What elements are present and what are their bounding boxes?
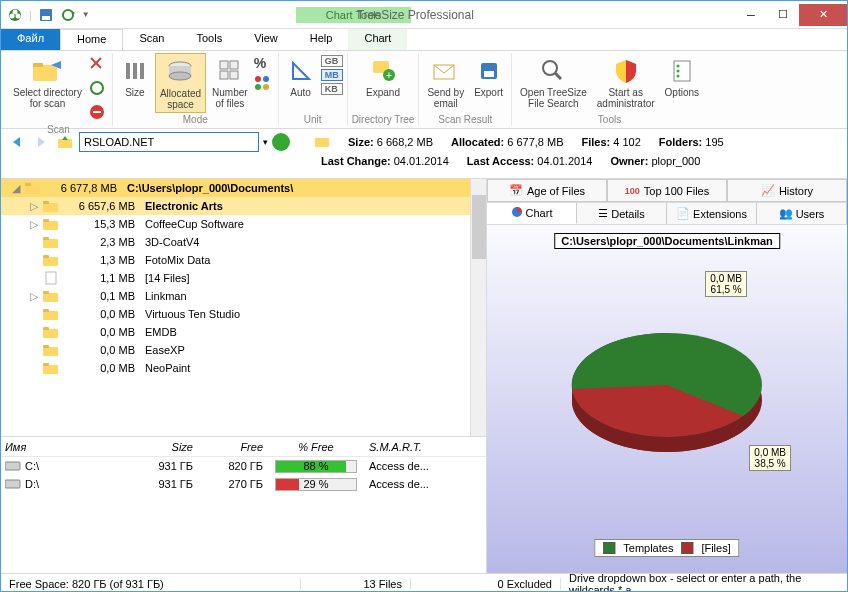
mode-allocated-button[interactable]: Allocated space: [155, 53, 206, 113]
folder-icon: [43, 343, 59, 357]
svg-rect-36: [484, 71, 494, 77]
back-button[interactable]: [7, 132, 27, 152]
mode-numfiles-button[interactable]: Number of files: [208, 53, 252, 111]
tab-view[interactable]: View: [238, 29, 294, 50]
tree-row[interactable]: 0,0 MBEaseXP: [1, 341, 486, 359]
stop-scan-icon[interactable]: [88, 103, 108, 123]
svg-rect-22: [220, 61, 228, 69]
unit-kb-button[interactable]: KB: [321, 83, 343, 95]
unit-auto-button[interactable]: Auto: [283, 53, 319, 100]
save-icon[interactable]: [38, 7, 54, 23]
tree-row[interactable]: 2,3 MB3D-CoatV4: [1, 233, 486, 251]
svg-point-42: [676, 75, 679, 78]
folder-icon: [43, 235, 59, 249]
tree-row[interactable]: 0,0 MBNeoPaint: [1, 359, 486, 377]
ribbon: Select directory for scan Scan Size Allo…: [1, 51, 847, 129]
expand-toggle-icon[interactable]: ▷: [27, 218, 41, 231]
tab-top-100[interactable]: 100Top 100 Files: [607, 179, 727, 202]
tree-row[interactable]: 1,3 MBFotoMix Data: [1, 251, 486, 269]
legend-swatch-files: [681, 542, 693, 554]
percent-icon[interactable]: %: [254, 55, 274, 71]
tree-scrollbar[interactable]: [470, 179, 486, 436]
svg-rect-23: [230, 61, 238, 69]
svg-marker-30: [293, 63, 309, 79]
tab-home[interactable]: Home: [60, 29, 123, 50]
svg-rect-48: [25, 185, 40, 194]
refresh-icon[interactable]: [60, 7, 76, 23]
svg-rect-9: [33, 63, 43, 67]
close-button[interactable]: ✕: [799, 4, 847, 26]
path-dropdown-icon[interactable]: ▾: [263, 137, 268, 147]
subtab-extensions[interactable]: 📄Extensions: [667, 203, 757, 224]
path-input[interactable]: [79, 132, 259, 152]
ribbon-group-scanresult: Send by email Export Scan Result: [419, 53, 512, 126]
drive-row[interactable]: C:\931 ГБ820 ГБ88 %Access de...: [1, 457, 486, 475]
details-icon: ☰: [598, 207, 608, 220]
expand-toggle-icon[interactable]: ▷: [27, 200, 41, 213]
tab-age-of-files[interactable]: 📅Age of Files: [487, 179, 607, 202]
drive-row[interactable]: D:\931 ГБ270 ГБ29 %Access de...: [1, 475, 486, 493]
tab-help[interactable]: Help: [294, 29, 349, 50]
svg-point-13: [91, 82, 103, 94]
subtab-users[interactable]: 👥Users: [757, 203, 847, 224]
ribbon-group-mode: Size Allocated space Number of files % M…: [113, 53, 279, 126]
unit-mb-button[interactable]: MB: [321, 69, 343, 81]
tree-row[interactable]: 0,0 MBEMDB: [1, 323, 486, 341]
mode-size-button[interactable]: Size: [117, 53, 153, 100]
remove-scan-icon[interactable]: [88, 55, 108, 75]
svg-rect-66: [43, 345, 49, 348]
pie-icon: [511, 206, 523, 220]
svg-line-38: [555, 73, 561, 79]
expand-toggle-icon[interactable]: ▷: [27, 290, 41, 303]
history-icon: 📈: [761, 184, 775, 197]
maximize-button[interactable]: ☐: [767, 4, 799, 26]
go-button[interactable]: [272, 133, 290, 151]
tree-row[interactable]: ▷0,1 MBLinkman: [1, 287, 486, 305]
svg-rect-50: [43, 203, 58, 212]
select-directory-button[interactable]: Select directory for scan: [9, 53, 86, 111]
tree-row[interactable]: ▷6 657,6 MBElectronic Arts: [1, 197, 486, 215]
tab-history[interactable]: 📈History: [727, 179, 847, 202]
content-area: ◢6 677,8 MBC:\Users\plopr_000\Documents\…: [1, 179, 847, 573]
file-tab[interactable]: Файл: [1, 29, 60, 50]
drives-panel: Имя Size Free % Free S.M.A.R.T. C:\931 Г…: [1, 436, 486, 573]
tree-row[interactable]: 0,0 MBVirtuous Ten Studio: [1, 305, 486, 323]
start-as-admin-button[interactable]: Start as administrator: [593, 53, 659, 111]
menu-bar: Файл Home Scan Tools View Help Chart: [1, 29, 847, 51]
svg-rect-39: [674, 61, 690, 81]
titlebar: | ▼ Chart Tools TreeSize Professional ─ …: [1, 1, 847, 29]
tree-row[interactable]: ▷15,3 MBCoffeeCup Software: [1, 215, 486, 233]
tab-tools[interactable]: Tools: [180, 29, 238, 50]
send-email-button[interactable]: Send by email: [423, 53, 468, 111]
subtab-details[interactable]: ☰Details: [577, 203, 667, 224]
export-button[interactable]: Export: [470, 53, 507, 100]
svg-rect-49: [25, 183, 31, 186]
svg-rect-16: [126, 63, 130, 79]
options-button[interactable]: Options: [661, 53, 703, 100]
open-filesearch-button[interactable]: Open TreeSize File Search: [516, 53, 591, 111]
svg-point-2: [16, 13, 21, 18]
refresh-scan-icon[interactable]: [88, 79, 108, 99]
folder-icon: [25, 181, 41, 195]
mode-extra-icon[interactable]: [254, 75, 274, 95]
svg-point-29: [263, 84, 269, 90]
directory-tree[interactable]: ◢6 677,8 MBC:\Users\plopr_000\Documents\…: [1, 179, 486, 436]
forward-button[interactable]: [31, 132, 51, 152]
expand-button[interactable]: + Expand: [356, 53, 410, 100]
tab-chart[interactable]: Chart: [348, 29, 407, 50]
tab-scan[interactable]: Scan: [123, 29, 180, 50]
subtab-chart[interactable]: Chart: [487, 203, 577, 224]
minimize-button[interactable]: ─: [735, 4, 767, 26]
qat-dropdown-icon[interactable]: ▼: [82, 10, 90, 19]
folder-up-icon[interactable]: [55, 132, 75, 152]
expand-toggle-icon[interactable]: ◢: [9, 182, 23, 195]
tree-row[interactable]: 1,1 MB[14 Files]: [1, 269, 486, 287]
unit-gb-button[interactable]: GB: [321, 55, 343, 67]
users-icon: 👥: [779, 207, 793, 220]
pie-chart[interactable]: [557, 305, 777, 485]
ribbon-group-unit: Auto GB MB KB Unit: [279, 53, 348, 126]
svg-rect-55: [43, 237, 49, 240]
svg-rect-56: [43, 257, 58, 266]
tree-row[interactable]: ◢6 677,8 MBC:\Users\plopr_000\Documents\: [1, 179, 486, 197]
svg-rect-67: [43, 365, 58, 374]
